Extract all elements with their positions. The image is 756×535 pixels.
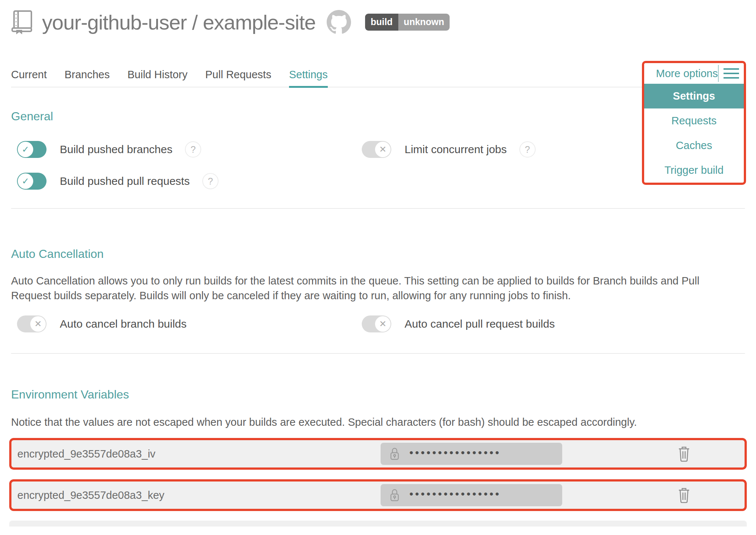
env-var-row-iv: encrypted_9e3557de08a3_iv ••••••••••••••… (9, 438, 747, 470)
auto-cancel-pull-request-builds-toggle[interactable]: ✕ (362, 315, 391, 332)
more-options-header: More options (644, 63, 744, 84)
toggle-off-x-icon: ✕ (375, 142, 391, 157)
masked-value: •••••••••••••••• (409, 447, 501, 460)
repo-tabs: Current Branches Build History Pull Requ… (11, 69, 745, 87)
toggle-on-check-icon: ✓ (18, 142, 33, 157)
menu-item-requests[interactable]: Requests (644, 108, 744, 133)
help-icon[interactable]: ? (185, 141, 201, 158)
badge-build-label: build (365, 14, 398, 31)
menu-item-settings[interactable]: Settings (644, 84, 744, 108)
toggle-label: Limit concurrent jobs (405, 143, 507, 156)
limit-concurrent-jobs-toggle[interactable]: ✕ (362, 141, 391, 158)
build-pushed-branches-toggle[interactable]: ✓ (17, 141, 47, 158)
more-options-button[interactable]: More options (656, 68, 718, 80)
toggle-on-check-icon: ✓ (18, 173, 33, 189)
auto-cancellation-description: Auto Cancellation allows you to only run… (11, 273, 720, 303)
toggle-row-build-pushed-branches: ✓ Build pushed branches ? (11, 141, 356, 158)
delete-env-var-button[interactable] (676, 486, 692, 504)
toggle-row-build-pushed-pull-requests: ✓ Build pushed pull requests ? (11, 173, 356, 190)
tab-pull-requests[interactable]: Pull Requests (205, 69, 271, 87)
github-logo-icon[interactable] (327, 10, 351, 34)
env-var-name: encrypted_9e3557de08a3_key (17, 489, 164, 501)
help-icon[interactable]: ? (202, 173, 219, 189)
environment-variables-notice: Notice that the values are not escaped w… (11, 416, 745, 428)
build-pushed-pull-requests-toggle[interactable]: ✓ (17, 173, 47, 190)
toggle-row-auto-cancel-pull-request-builds: ✕ Auto cancel pull request builds (356, 315, 745, 332)
repo-book-icon (11, 10, 32, 34)
trash-icon (677, 446, 691, 462)
trash-icon (677, 487, 691, 503)
repo-header: your-github-user / example-site build un… (0, 0, 756, 35)
delete-env-var-button[interactable] (676, 445, 692, 463)
auto-cancel-branch-builds-toggle[interactable]: ✕ (17, 315, 47, 332)
env-var-value-field[interactable]: •••••••••••••••• (381, 443, 562, 465)
next-row-partial (9, 521, 747, 527)
tab-build-history[interactable]: Build History (127, 69, 188, 87)
auto-cancellation-toggles: ✕ Auto cancel branch builds ✕ Auto cance… (11, 315, 745, 332)
toggle-label: Auto cancel pull request builds (405, 318, 555, 330)
env-var-name: encrypted_9e3557de08a3_iv (17, 448, 155, 460)
hamburger-menu-icon[interactable] (719, 66, 744, 81)
toggle-off-x-icon: ✕ (375, 316, 391, 332)
badge-status-value: unknown (398, 14, 450, 31)
tab-branches[interactable]: Branches (65, 69, 110, 87)
tab-settings[interactable]: Settings (289, 69, 328, 87)
env-var-value-field[interactable]: •••••••••••••••• (381, 484, 562, 506)
section-divider (11, 208, 745, 209)
section-divider (11, 353, 745, 354)
help-icon[interactable]: ? (519, 141, 536, 158)
lock-icon (389, 447, 400, 460)
page-title: your-github-user / example-site (42, 10, 316, 34)
toggle-row-auto-cancel-branch-builds: ✕ Auto cancel branch builds (11, 315, 356, 332)
masked-value: •••••••••••••••• (409, 489, 501, 502)
env-var-row-key: encrypted_9e3557de08a3_key •••••••••••••… (9, 479, 747, 511)
menu-item-caches[interactable]: Caches (644, 133, 744, 158)
auto-cancellation-heading: Auto Cancellation (11, 247, 745, 261)
toggle-label: Auto cancel branch builds (60, 318, 187, 330)
more-options-panel: More options Settings Requests Caches Tr… (642, 61, 746, 185)
general-toggles: ✓ Build pushed branches ? ✕ Limit concur… (11, 141, 745, 190)
general-heading: General (11, 110, 745, 123)
toggle-label: Build pushed branches (60, 143, 172, 156)
toggle-off-x-icon: ✕ (30, 316, 46, 332)
toggle-label: Build pushed pull requests (60, 175, 190, 187)
lock-icon (389, 489, 400, 502)
menu-item-trigger-build[interactable]: Trigger build (644, 158, 744, 183)
build-status-badge: build unknown (365, 14, 450, 31)
tab-current[interactable]: Current (11, 69, 47, 87)
environment-variables-heading: Environment Variables (11, 388, 745, 401)
